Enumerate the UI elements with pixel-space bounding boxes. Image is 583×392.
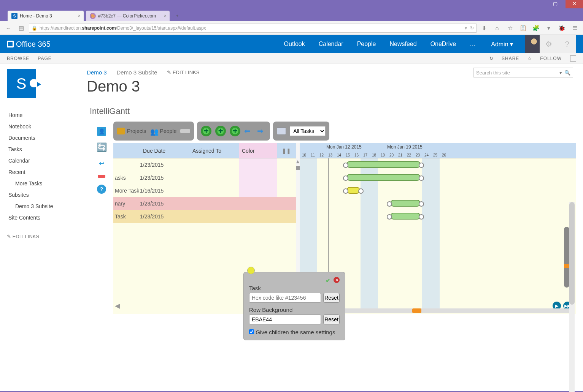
ribbon-page[interactable]: PAGE [38,56,51,61]
col-due-date[interactable]: Due Date [140,148,189,154]
close-button[interactable]: ✕ [566,0,583,8]
nav-onedrive[interactable]: OneDrive [430,41,456,47]
gantt-bar[interactable] [346,187,360,194]
add-task-button[interactable] [201,126,211,136]
breadcrumb-current[interactable]: Demo 3 [87,69,107,76]
col-pause-icon[interactable]: ❚❚ [277,148,296,154]
bookmark-icon[interactable]: ☆ [505,23,515,33]
children-settings-checkbox[interactable] [249,329,254,334]
cancel-icon[interactable]: ✕ [334,277,340,283]
undo-icon[interactable]: ↩ [97,159,106,168]
gantt-bar[interactable] [346,161,421,168]
table-row[interactable]: Task 1/23/2015 [113,210,296,223]
focus-icon[interactable] [570,55,576,62]
download-icon[interactable]: ⬇ [479,23,489,33]
breadcrumb-sibling[interactable]: Demo 3 Subsite [117,69,157,76]
table-row[interactable]: asks 1/23/2015 [113,171,296,184]
scrollbar-thumb[interactable] [412,308,421,313]
sidebar-toggle-icon[interactable]: ▤ [16,23,27,33]
maximize-button[interactable]: ▢ [546,0,564,8]
day-labels: 1011121314151617181920212223242526 [300,153,448,157]
reload-icon[interactable]: ↻ [470,25,474,31]
help-diamond-icon[interactable]: ? [97,185,106,194]
nav-more[interactable]: … [470,41,476,47]
sharepoint-logo[interactable]: S [7,69,36,98]
search-input[interactable]: Search this site ▾🔍 [473,68,573,77]
row-bg-input[interactable] [249,315,321,324]
table-row[interactable]: More Task 1/16/2015 [113,184,296,197]
add-task-after-button[interactable] [230,126,240,136]
task-color-reset-button[interactable]: Reset [323,293,340,303]
ql-site-contents[interactable]: Site Contents [7,212,87,223]
ribbon-browse[interactable]: BROWSE [7,56,29,61]
back-button[interactable]: ← [3,23,14,33]
help-icon[interactable]: ? [558,35,576,53]
col-assigned-to[interactable]: Assigned To [189,148,239,154]
share-button[interactable]: SHARE [502,56,519,61]
projects-button[interactable]: Projects [117,128,146,134]
scrollbar-thumb[interactable] [564,264,569,268]
task-color-input[interactable] [249,293,321,303]
ql-documents[interactable]: Documents [7,132,87,144]
gantt-bar[interactable] [390,200,421,207]
task-view-selector[interactable]: All Tasks [290,126,326,136]
star-icon: ☆ [527,56,532,61]
ql-home[interactable]: Home [7,109,87,121]
confirm-icon[interactable]: ✔ [326,277,330,284]
ql-notebook[interactable]: Notebook [7,121,87,132]
nav-people[interactable]: People [357,41,376,47]
outdent-button[interactable]: ⬅ [244,126,253,136]
col-color[interactable]: Color [239,143,277,158]
refresh-icon[interactable]: 🔄 [97,143,106,152]
nav-outlook[interactable]: Outlook [284,41,305,47]
search-icon[interactable]: 🔍 [564,70,570,76]
gantt-vertical-scrollbar[interactable] [564,227,569,288]
address-bar[interactable]: 🔒 https://teamdirection.sharepoint.com/D… [29,24,477,33]
ql-tasks[interactable]: Tasks [7,144,87,155]
splitter-handle[interactable] [296,166,300,170]
close-tab-icon[interactable]: × [164,13,167,19]
ql-edit-links[interactable]: EDIT LINKS [7,231,87,242]
add-subtask-button[interactable] [215,126,226,136]
settings-icon[interactable]: ⚙ [540,35,558,53]
user-icon[interactable]: 👤 [97,127,106,136]
minimize-button[interactable]: — [527,0,545,8]
ql-demo3-subsite[interactable]: Demo 3 Subsite [7,201,87,212]
follow-button[interactable]: FOLLOW [540,56,562,61]
breadcrumb-edit-links[interactable]: EDIT LINKS [167,70,199,75]
extension-icon-2[interactable]: 🐞 [556,23,567,33]
delete-icon[interactable] [98,175,105,178]
collapse-icon[interactable] [180,129,190,133]
extension-icon-1[interactable]: 🧩 [531,23,541,33]
browser-tab-inactive[interactable]: 🎨 #73b2c7 — ColorPicker.com × [86,11,170,21]
home-icon[interactable]: ⌂ [492,23,502,33]
people-button[interactable]: 👥People [150,128,177,134]
indent-button[interactable]: ➡ [257,126,266,136]
ql-subsites[interactable]: Subsites [7,189,87,201]
ql-recent[interactable]: Recent [7,166,87,178]
new-tab-button[interactable]: + [172,11,183,21]
close-tab-icon[interactable]: × [78,13,81,19]
list-view-icon[interactable] [277,127,286,135]
user-menu[interactable]: Admin ▾ [491,41,513,48]
scroll-left-icon[interactable]: ◀ [115,302,120,310]
nav-newsfeed[interactable]: Newsfeed [389,41,416,47]
menu-icon[interactable]: ☰ [569,23,580,33]
table-row[interactable]: 1/23/2015 [113,158,296,171]
dropdown-icon[interactable]: ▾ [559,70,562,76]
office365-logo[interactable]: Office 365 [7,40,51,49]
task-color-label: Task [249,285,340,291]
page-scrollbar[interactable] [569,202,575,392]
ql-more-tasks[interactable]: More Tasks [7,178,87,189]
color-swatch-icon[interactable] [247,267,255,274]
ql-calendar[interactable]: Calendar [7,155,87,166]
browser-tab-active[interactable]: S Home - Demo 3 × [8,11,84,21]
table-row-selected[interactable]: nary 1/23/2015 [113,197,296,210]
gantt-bar[interactable] [390,213,421,220]
gantt-bar[interactable] [346,174,421,181]
clipboard-icon[interactable]: 📋 [518,23,528,33]
nav-calendar[interactable]: Calendar [319,41,343,47]
scrollbar-thumb[interactable] [569,202,575,305]
dropdown-icon[interactable]: ▾ [465,25,467,31]
row-bg-reset-button[interactable]: Reset [323,315,340,324]
